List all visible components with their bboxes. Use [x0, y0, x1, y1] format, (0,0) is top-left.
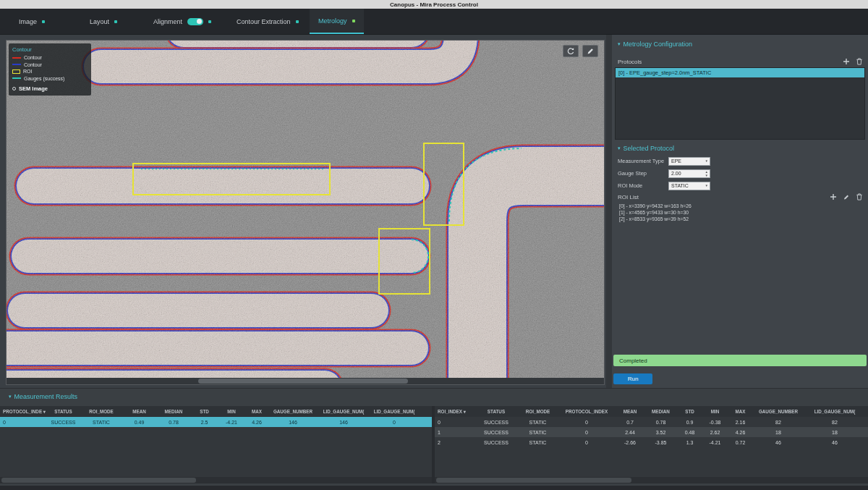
column-header[interactable]: MIN	[217, 406, 246, 417]
sem-noise-light	[7, 41, 604, 384]
column-header[interactable]: LID_GAUGE_NUM(	[318, 406, 369, 417]
viewer-legend: Contour Contour Contour ROI Gauges (succ…	[9, 43, 91, 96]
add-protocol-button[interactable]	[842, 57, 851, 66]
tab-image[interactable]: Image	[10, 9, 54, 34]
roi-mode-select[interactable]: STATIC ▾	[668, 182, 710, 190]
table-cell: STATIC	[80, 417, 123, 427]
sem-image-canvas[interactable]	[7, 41, 604, 384]
column-header[interactable]: ROI_INDEX ▾	[435, 406, 475, 417]
scrollbar-thumb[interactable]	[198, 379, 408, 384]
column-header[interactable]: LID_GAUGE_NUM(	[369, 406, 420, 417]
sem-image-layer[interactable]: SEM Image	[12, 85, 88, 92]
metrology-configuration-panel: ▾ Metrology Configuration Protocols [0] …	[612, 35, 868, 388]
table-cell: SUCCESS	[47, 417, 80, 427]
table-row[interactable]: 2SUCCESSSTATIC0-2.66-3.851.3-4.210.72464…	[435, 437, 868, 447]
tab-contour-extraction[interactable]: Contour Extraction	[228, 9, 307, 34]
gauge-step-row: Gauge Step 2.00 ▴▾	[618, 169, 710, 178]
column-header[interactable]: STATUS	[475, 406, 518, 417]
column-header[interactable]: ROI_MODE	[518, 406, 558, 417]
contour-red-swatch	[12, 57, 21, 59]
measurement-type-label: Measurement Type	[618, 158, 668, 164]
tab-layout[interactable]: Layout	[81, 9, 126, 34]
column-header[interactable]: GAUGE_NUMBER	[753, 406, 804, 417]
edit-button[interactable]	[582, 45, 598, 57]
column-header[interactable]: MEAN	[616, 406, 644, 417]
legend-item[interactable]: Gauges (success)	[12, 76, 88, 81]
delete-roi-button[interactable]	[855, 193, 864, 201]
table-cell: 4.26	[728, 427, 753, 437]
vertical-splitter[interactable]	[606, 35, 612, 388]
table-cell: SUCCESS	[475, 417, 518, 427]
scrollbar-thumb[interactable]	[436, 478, 631, 483]
roi-list-item[interactable]: [1] - x=4565 y=9433 w=30 h=30	[619, 210, 689, 215]
selected-protocol-header[interactable]: ▾ Selected Protocol	[618, 145, 674, 152]
tab-alignment[interactable]: Alignment	[145, 9, 220, 34]
table-row[interactable]: 0SUCCESSSTATIC0.490.782.5-4.214.26146146…	[0, 417, 432, 427]
table-row[interactable]: 1SUCCESSSTATIC02.443.520.482.624.261818	[435, 427, 868, 437]
table-cell: 3.52	[644, 427, 677, 437]
legend-item[interactable]: Contour	[12, 62, 88, 67]
run-button[interactable]: Run	[613, 373, 652, 384]
table-cell: -4.21	[217, 417, 246, 427]
column-header[interactable]: MEAN	[123, 406, 156, 417]
table-cell: 18	[804, 427, 866, 437]
column-header[interactable]: LID_GAUGE_NUM(	[804, 406, 866, 417]
table-cell: 4.26	[246, 417, 268, 427]
tab-contour-extraction-label: Contour Extraction	[237, 18, 291, 25]
viewer-toolbar	[563, 45, 598, 57]
column-header[interactable]: STD	[677, 406, 702, 417]
protocol-list-item[interactable]: [0] - EPE_gauge_step=2.0nm_STATIC	[616, 68, 864, 77]
refresh-icon	[566, 47, 575, 56]
column-header[interactable]: ROI_MODE	[80, 406, 123, 417]
tab-metrology[interactable]: Metrology	[310, 9, 364, 34]
table-cell: 0.48	[677, 427, 702, 437]
table-cell: 82	[753, 417, 804, 427]
table-cell: STATIC	[518, 437, 558, 447]
main-tab-bar: Image Layout Alignment Contour Extractio…	[0, 9, 868, 35]
roi-swatch	[12, 69, 20, 74]
column-header[interactable]: MAX	[728, 406, 753, 417]
delete-protocol-button[interactable]	[855, 57, 864, 66]
metrology-configuration-header[interactable]: ▾ Metrology Configuration	[618, 41, 692, 48]
trash-icon	[856, 193, 863, 200]
measurement-type-row: Measurement Type EPE ▾	[618, 156, 710, 166]
measurement-type-select[interactable]: EPE ▾	[668, 157, 710, 166]
column-header[interactable]: MEDIAN	[644, 406, 677, 417]
tab-layout-label: Layout	[90, 18, 109, 25]
table-row[interactable]: 0SUCCESSSTATIC00.70.780.9-0.382.168282	[435, 417, 868, 427]
table-cell: STATIC	[518, 427, 558, 437]
roi-table-scrollbar[interactable]	[435, 477, 868, 483]
add-roi-button[interactable]	[829, 193, 838, 201]
table-cell: 1	[435, 427, 475, 437]
column-header[interactable]: MIN	[702, 406, 728, 417]
column-header[interactable]: PROTOCOL_INDEX	[558, 406, 616, 417]
refresh-button[interactable]	[563, 45, 579, 57]
scrollbar-thumb[interactable]	[1, 478, 196, 483]
column-header[interactable]: STATUS	[47, 406, 80, 417]
legend-item[interactable]: Contour	[12, 55, 88, 60]
alignment-toggle[interactable]	[187, 18, 203, 25]
tab-status-dot	[296, 20, 299, 23]
viewer-horizontal-scrollbar[interactable]	[7, 378, 604, 384]
edit-roi-button[interactable]	[842, 193, 851, 201]
protocol-table-scrollbar[interactable]	[0, 477, 432, 483]
table-cell: 82	[804, 417, 866, 427]
tab-status-dot	[352, 20, 355, 22]
column-header[interactable]: PROTOCOL_INDE ▾	[0, 406, 47, 417]
legend-title: Contour	[12, 46, 88, 53]
column-header[interactable]: GAUGE_NUMBER	[268, 406, 318, 417]
roi-list-item[interactable]: [0] - x=3390 y=9432 w=163 h=26	[619, 203, 692, 208]
column-header[interactable]: MAX	[246, 406, 268, 417]
gauge-step-spinbox[interactable]: 2.00 ▴▾	[668, 169, 710, 178]
column-header[interactable]: MEDIAN	[156, 406, 192, 417]
column-header[interactable]: STD	[192, 406, 217, 417]
table-cell: 0	[558, 427, 616, 437]
legend-item[interactable]: ROI	[12, 69, 88, 74]
roi-list-item[interactable]: [2] - x=8533 y=9365 w=39 h=52	[619, 216, 689, 221]
table-cell: 2.5	[192, 417, 217, 427]
table-cell: 2.16	[728, 417, 753, 427]
tab-status-dot	[208, 20, 211, 23]
protocols-label: Protocols	[618, 59, 642, 65]
status-bar: Completed	[613, 355, 867, 366]
measurement-results-header[interactable]: ▾ Measurement Results	[9, 393, 77, 400]
